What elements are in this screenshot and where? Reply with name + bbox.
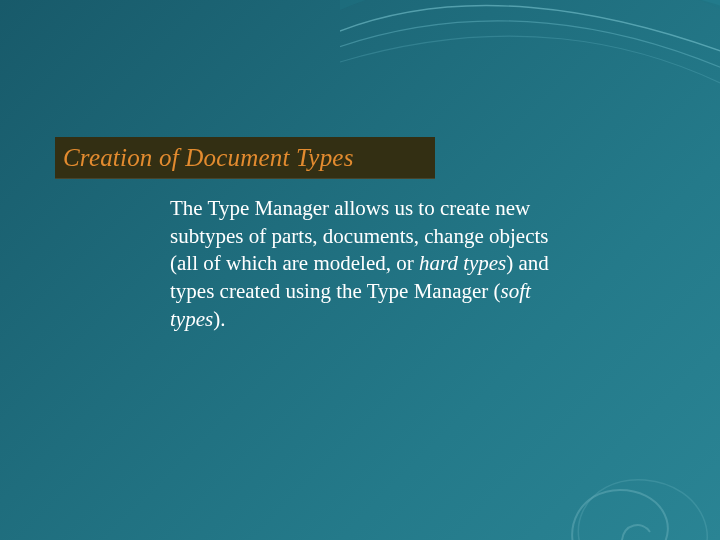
body-part-3: ). xyxy=(213,307,225,331)
emphasis-hard-types: hard types xyxy=(419,251,506,275)
decorative-swirl-bottom xyxy=(550,440,720,540)
title-box: Creation of Document Types xyxy=(55,137,435,179)
decorative-swoosh-top xyxy=(340,0,720,160)
body-text: The Type Manager allows us to create new… xyxy=(170,195,570,334)
slide: Creation of Document Types The Type Mana… xyxy=(0,0,720,540)
slide-title: Creation of Document Types xyxy=(63,144,354,172)
